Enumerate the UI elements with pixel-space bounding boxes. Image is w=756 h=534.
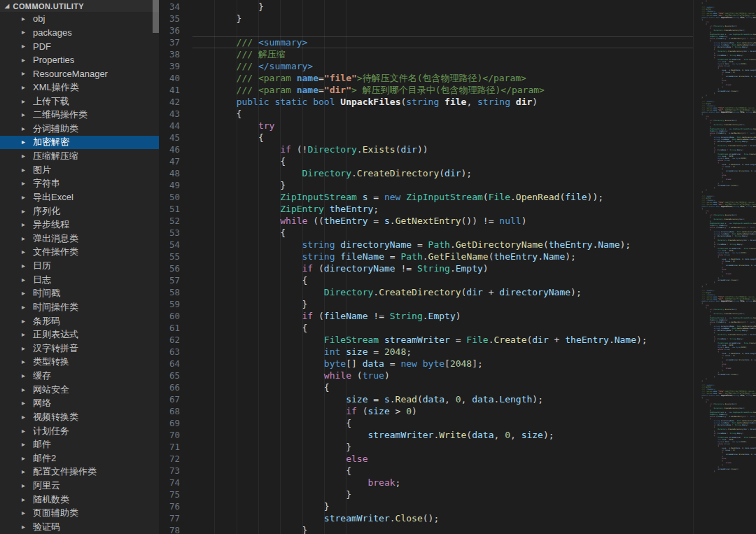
code-line[interactable]: { <box>192 322 693 334</box>
sidebar-item[interactable]: ▸配置文件操作类 <box>0 465 159 479</box>
code-line[interactable]: /// <param name="file">待解压文件名(包含物理路径)</p… <box>192 72 693 84</box>
sidebar-item[interactable]: ▸计划任务 <box>0 424 159 438</box>
chevron-right-icon: ▸ <box>22 125 28 132</box>
code-line[interactable]: byte[] data = new byte[2048]; <box>192 358 693 370</box>
code-line[interactable]: } <box>192 489 693 500</box>
sidebar-item[interactable]: ▸弹出消息类 <box>0 232 159 246</box>
sidebar-item[interactable]: ▸缓存 <box>0 369 159 383</box>
sidebar-item[interactable]: ▸XML操作类 <box>0 80 159 94</box>
code-line[interactable]: Directory.CreateDirectory(dir); <box>192 167 693 179</box>
code-editor: 3435363738394041424344454647484950515253… <box>159 0 756 534</box>
sidebar-item[interactable]: ▸视频转换类 <box>0 410 159 424</box>
code-area[interactable]: } } /// <summary> /// 解压缩 /// </summary>… <box>188 0 693 534</box>
code-line[interactable]: ZipInputStream s = new ZipInputStream(Fi… <box>192 191 693 203</box>
code-line[interactable]: if (!Directory.Exists(dir)) <box>192 143 693 155</box>
sidebar-item[interactable]: ▸邮件 <box>0 437 159 451</box>
code-line[interactable]: ZipEntry theEntry; <box>192 203 693 215</box>
sidebar-item[interactable]: ▸汉字转拼音 <box>0 342 159 356</box>
sidebar-scrollbar-thumb[interactable] <box>153 0 159 33</box>
explorer-section-header[interactable]: ◢ COMMON.UTILITY <box>0 0 159 12</box>
code-line[interactable]: while ((theEntry = s.GetNextEntry()) != … <box>192 215 693 227</box>
sidebar-item[interactable]: ▸图片 <box>0 163 159 177</box>
code-line[interactable]: } <box>192 1 693 13</box>
line-number-gutter[interactable]: 3435363738394041424344454647484950515253… <box>159 0 188 534</box>
code-line[interactable]: /// </summary> <box>192 60 693 72</box>
sidebar-item[interactable]: ▸文件操作类 <box>0 246 159 260</box>
code-line[interactable]: { <box>192 417 693 429</box>
sidebar-item[interactable]: ▸packages <box>0 26 159 40</box>
code-line[interactable]: public static bool UnpackFiles(string fi… <box>192 96 693 108</box>
sidebar-item[interactable]: ▸随机数类 <box>0 493 159 507</box>
code-line[interactable]: if (directoryName != String.Empty) <box>192 262 693 274</box>
sidebar-item[interactable]: ▸二维码操作类 <box>0 108 159 122</box>
sidebar-item[interactable]: ▸页面辅助类 <box>0 507 159 521</box>
code-line[interactable]: int size = 2048; <box>192 346 693 358</box>
code-line[interactable]: try <box>192 120 693 132</box>
minimap[interactable]: } } /// <summary> /// 解压缩 /// </summary>… <box>693 0 756 534</box>
code-line[interactable]: { <box>192 381 693 393</box>
code-line[interactable]: /// 解压缩 <box>192 48 693 60</box>
code-line[interactable]: { <box>192 227 693 239</box>
code-line[interactable]: { <box>192 465 693 477</box>
sidebar-item[interactable]: ▸obj <box>0 12 159 26</box>
code-line[interactable]: } <box>192 179 693 191</box>
code-line[interactable]: streamWriter.Write(data, 0, size); <box>192 429 693 441</box>
code-line[interactable]: else <box>192 453 693 465</box>
code-line[interactable]: { <box>192 155 693 167</box>
code-line[interactable]: break; <box>192 477 693 489</box>
sidebar-item[interactable]: ▸ResourceManager <box>0 67 159 81</box>
code-line[interactable]: size = s.Read(data, 0, data.Length); <box>192 393 693 405</box>
sidebar-item[interactable]: ▸PDF <box>0 39 159 53</box>
sidebar-item[interactable]: ▸字符串 <box>0 177 159 191</box>
chevron-right-icon: ▸ <box>22 304 28 311</box>
sidebar-item[interactable]: ▸验证码 <box>0 520 159 534</box>
sidebar-item[interactable]: ▸网络 <box>0 397 159 411</box>
sidebar-item[interactable]: ▸Properties <box>0 53 159 67</box>
code-line[interactable]: } <box>192 500 693 512</box>
sidebar-item[interactable]: ▸日历 <box>0 259 159 273</box>
code-line[interactable]: Directory.CreateDirectory(dir + director… <box>192 286 693 298</box>
sidebar-item[interactable]: ▸分词辅助类 <box>0 122 159 136</box>
code-line[interactable]: string directoryName = Path.GetDirectory… <box>192 239 693 251</box>
code-line[interactable]: string fileName = Path.GetFileName(theEn… <box>192 251 693 262</box>
code-line[interactable]: } <box>192 13 693 24</box>
code-line[interactable]: /// <param name="dir"> 解压到哪个目录中(包含物理路径)<… <box>192 84 693 96</box>
sidebar-item[interactable]: ▸日志 <box>0 273 159 287</box>
code-line[interactable]: { <box>192 108 693 120</box>
folder-label: 阿里云 <box>33 479 60 492</box>
sidebar-item[interactable]: ▸上传下载 <box>0 94 159 108</box>
sidebar-item[interactable]: ▸序列化 <box>0 204 159 218</box>
sidebar-item[interactable]: ▸条形码 <box>0 314 159 328</box>
sidebar-item[interactable]: ▸网站安全 <box>0 383 159 397</box>
code-line[interactable]: if (fileName != String.Empty) <box>192 310 693 322</box>
code-line[interactable] <box>192 24 693 36</box>
sidebar-item[interactable]: ▸导出Excel <box>0 190 159 204</box>
sidebar-item[interactable]: ▸类型转换 <box>0 356 159 370</box>
sidebar-item[interactable]: ▸正则表达式 <box>0 328 159 342</box>
code-line[interactable]: streamWriter.Close(); <box>192 512 693 524</box>
code-line[interactable]: /// <summary> <box>192 36 693 48</box>
code-line[interactable]: FileStream streamWriter = File.Create(di… <box>192 334 693 346</box>
line-number: 69 <box>159 417 188 429</box>
code-line[interactable]: { <box>192 132 693 143</box>
sidebar-item[interactable]: ▸时间操作类 <box>0 300 159 314</box>
folder-label: 序列化 <box>33 205 60 218</box>
folder-label: 类型转换 <box>33 356 69 368</box>
chevron-right-icon: ▸ <box>22 468 28 475</box>
sidebar-item[interactable]: ▸加密解密 <box>0 136 159 150</box>
code-line[interactable]: } <box>192 298 693 310</box>
sidebar-item[interactable]: ▸异步线程 <box>0 218 159 232</box>
code-line[interactable]: while (true) <box>192 370 693 381</box>
sidebar-item[interactable]: ▸邮件2 <box>0 451 159 465</box>
chevron-right-icon: ▸ <box>22 400 28 407</box>
line-number: 67 <box>159 393 188 405</box>
sidebar-item[interactable]: ▸压缩解压缩 <box>0 149 159 163</box>
folder-label: 异步线程 <box>33 218 69 231</box>
sidebar-item[interactable]: ▸阿里云 <box>0 479 159 493</box>
code-line[interactable]: { <box>192 274 693 286</box>
code-line[interactable]: } <box>192 524 693 534</box>
code-line[interactable]: if (size > 0) <box>192 405 693 417</box>
chevron-right-icon: ▸ <box>22 524 28 531</box>
sidebar-item[interactable]: ▸时间戳 <box>0 287 159 301</box>
code-line[interactable]: } <box>192 441 693 453</box>
